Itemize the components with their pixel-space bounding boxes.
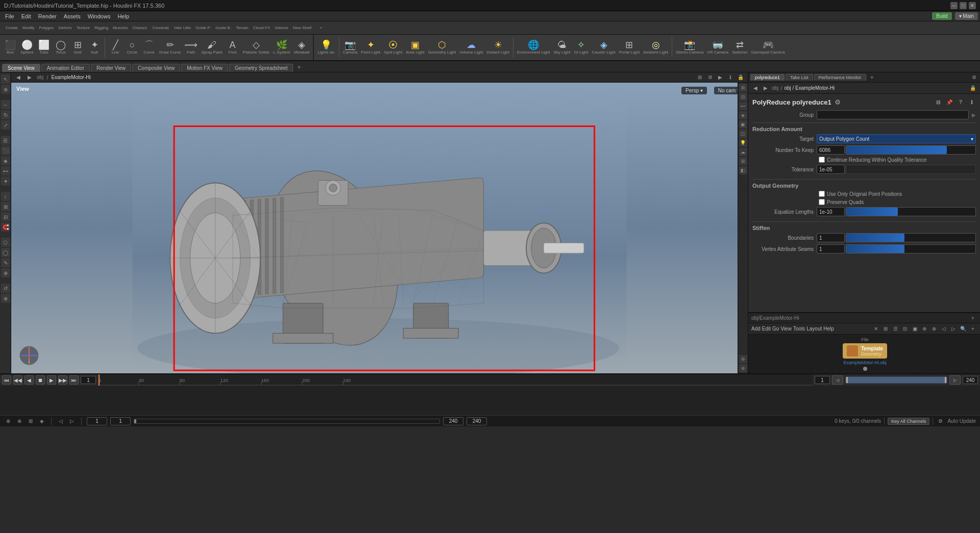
tool-1[interactable]: ☰ [1,136,10,145]
tool-8[interactable]: ⊟ [1,212,10,221]
tb-newshelf[interactable]: New Shelf [291,22,313,34]
vp-snap[interactable]: ⊷ [739,102,747,110]
tab-motion-fx-view[interactable]: Motion FX View [181,64,228,72]
status-icon5[interactable]: ◁ [57,417,65,425]
vp-bottom1[interactable]: ⊕ [739,355,747,363]
tool-3[interactable]: ◈ [1,156,10,165]
btn-prev-frame[interactable]: ◀◀ [13,375,22,385]
tb-switcher[interactable]: ⇄Switcher [730,36,749,59]
tb-geometry-light[interactable]: ⬡Geometry Light [427,36,458,59]
tb-hairutils[interactable]: Hair Utils [172,22,192,34]
bottom-frame-field2[interactable] [110,417,131,425]
tb-curve[interactable]: ⌒Curve [141,36,157,59]
tab-composite-view[interactable]: Composite View [132,64,180,72]
tb-spot-light[interactable]: ⦿Spot Light [382,36,404,59]
tool-14[interactable]: ⊗ [1,294,10,303]
number-keep-slider[interactable] [846,145,976,155]
status-icon1[interactable]: ⊕ [4,417,12,425]
template-node[interactable]: Template Geometry [843,343,887,359]
ne-icon8[interactable]: ◁ [940,325,948,333]
right-back-btn[interactable]: ◀ [751,84,760,92]
status-settings-icon[interactable]: ⚙ [936,417,944,425]
tb-polygon[interactable]: Polygon [37,22,56,34]
tb-cloudfx[interactable]: Cloud FX [251,22,272,34]
tb-modify[interactable]: Modify [20,22,37,34]
tb-lights-an[interactable]: 💡Lights an. [316,36,337,59]
ne-icon3[interactable]: ☰ [891,325,899,333]
vp-settings-btn[interactable]: ⚙ [706,73,714,82]
target-dropdown[interactable]: Output Polygon Count ▾ [817,134,976,143]
vertex-seams-value[interactable]: 1 [817,244,845,253]
range-start-handle[interactable] [846,377,848,383]
close-btn[interactable]: ✕ [969,2,976,9]
vp-layout-btn[interactable]: ⊞ [696,73,704,82]
tb-caustic-light[interactable]: ◈Caustic Light [590,36,617,59]
tool-scale[interactable]: ⤢ [1,120,10,130]
tool-7[interactable]: ⊞ [1,202,10,211]
ne-menu-add[interactable]: Add [751,326,761,332]
tool-5[interactable]: ✦ [1,176,10,186]
tb-lsystem[interactable]: 🌿L-System [272,36,292,59]
range-end-handle[interactable] [945,377,946,383]
vp-display2[interactable]: ◧ [739,166,747,174]
tb-muscles[interactable]: Muscles [111,22,130,34]
tb-sky-light[interactable]: 🌤Sky Light [552,36,572,59]
btn-play[interactable]: ▶ [47,375,56,385]
tool-9[interactable]: ⬡ [1,238,10,247]
tool-move[interactable]: ↔ [1,100,10,109]
tb-gi-light[interactable]: ✧GI Light [572,36,590,59]
btn-next-frame[interactable]: ▶▶ [58,375,67,385]
ne-icon4[interactable]: ⊟ [901,325,909,333]
persp-badge[interactable]: Persp ▾ [681,87,707,94]
tb-volume[interactable]: Volume [273,22,290,34]
tb-rigging[interactable]: Rigging [92,22,110,34]
end-frame-input[interactable] [963,376,978,384]
tb-path[interactable]: ⟿Path [183,36,199,59]
ne-icon6[interactable]: ⊕ [920,325,928,333]
vp-back-btn[interactable]: ◀ [14,73,22,82]
tb-environment-light[interactable]: 🌐Environment Light [516,36,551,59]
equalize-value[interactable]: 1e-10 [817,207,845,216]
tb-point-light[interactable]: ✦Point Light [359,36,382,59]
props-pin[interactable]: 📌 [945,98,953,106]
menu-render[interactable]: Render [35,12,60,21]
tb-ambient-light[interactable]: ◎Ambient Light [642,36,670,59]
tb-guidep[interactable]: Guide P. [193,22,213,34]
start-frame-input[interactable] [815,376,830,384]
boundaries-slider[interactable] [846,233,976,242]
viewport-3d[interactable]: View [11,83,748,373]
tb-box[interactable]: ⬛Box [2,36,18,59]
ne-menu-tools[interactable]: Tools [793,326,805,332]
tool-2[interactable]: ⬛ [1,146,10,155]
btn-skip-start[interactable]: ⏮ [2,375,11,385]
tb-area-light[interactable]: ▣Area Light [404,36,426,59]
ne-menu-layout[interactable]: Layout [806,326,822,332]
tb-terrain[interactable]: Terrain [234,22,250,34]
btn-set-end[interactable]: ▷ [949,375,961,385]
tb-create[interactable]: Create [4,22,20,34]
ne-icon11[interactable]: + [969,325,977,333]
tb-torus[interactable]: ◯Torus [53,36,69,59]
ne-menu-view[interactable]: View [780,326,792,332]
vp-forward-btn[interactable]: ▶ [26,73,34,82]
tb-gamepad-camera[interactable]: 🎮Gamepad Camera [750,36,787,59]
right-tab-performance[interactable]: Performance Monitor [814,74,866,81]
tool-snap[interactable]: 🧲 [1,222,10,232]
current-frame-input[interactable] [81,376,96,384]
tool-10[interactable]: ◯ [1,248,10,257]
vp-shading1[interactable]: ▣ [739,120,747,129]
ne-icon5[interactable]: ▣ [911,325,919,333]
group-value[interactable] [817,110,969,119]
use-original-checkbox[interactable] [819,191,825,197]
equalize-slider[interactable] [846,207,976,216]
right-tab-take-list[interactable]: Take List [786,74,813,81]
right-panel-settings[interactable]: ⚙ [970,73,978,82]
tb-drawcurve[interactable]: ✏Draw Curve [158,36,182,59]
tool-transform[interactable]: ⊕ [1,85,10,94]
vp-display1[interactable]: ⊞ [739,157,747,165]
end-frame-display2[interactable] [467,417,487,425]
tb-charact[interactable]: Charact. [130,22,150,34]
tb-vr-camera[interactable]: 🥽VR Camera [705,36,730,59]
number-keep-value[interactable]: 6086 [817,145,845,155]
node-editor-canvas[interactable]: File Template Geometry ExampleMotor-Hi.o… [748,335,980,373]
